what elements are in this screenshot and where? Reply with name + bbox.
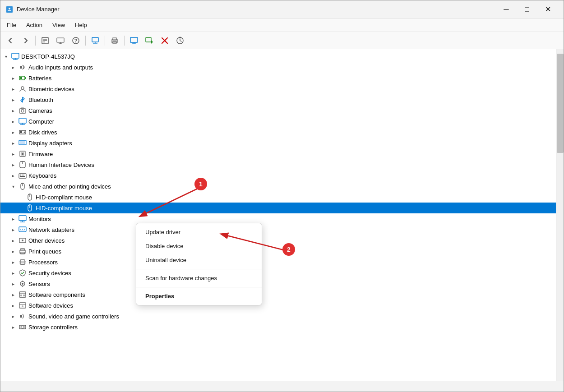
app-icon bbox=[6, 6, 13, 13]
print-button[interactable] bbox=[107, 34, 122, 47]
tree-item-storage[interactable]: Storage controllers bbox=[0, 322, 556, 332]
tree-item-audio[interactable]: Audio inputs and outputs bbox=[0, 62, 556, 73]
ctx-scan-hardware[interactable]: Scan for hardware changes bbox=[136, 271, 262, 285]
properties-icon bbox=[41, 37, 49, 45]
tree-item-sound[interactable]: Sound, video and game controllers bbox=[0, 311, 556, 322]
help-icon: ? bbox=[72, 37, 80, 45]
help-button[interactable]: ? bbox=[69, 34, 83, 47]
tree-item-other[interactable]: Other devices bbox=[0, 235, 556, 246]
processors-chevron[interactable] bbox=[9, 258, 17, 266]
tree-item-bluetooth[interactable]: Bluetooth bbox=[0, 94, 556, 105]
root-chevron[interactable] bbox=[2, 53, 9, 60]
menu-view[interactable]: View bbox=[48, 20, 69, 30]
scan-button[interactable] bbox=[173, 34, 187, 47]
svg-rect-33 bbox=[20, 77, 22, 79]
sw-components-chevron[interactable] bbox=[9, 291, 17, 298]
tree-root[interactable]: DESKTOP-4L537JQ bbox=[0, 51, 556, 62]
monitors-chevron[interactable] bbox=[9, 215, 17, 222]
network-icon bbox=[18, 226, 27, 234]
audio-chevron[interactable] bbox=[9, 64, 17, 71]
hid-chevron[interactable] bbox=[9, 161, 17, 168]
print-label: Print queues bbox=[28, 248, 61, 255]
monitor-button[interactable] bbox=[127, 34, 141, 47]
tree-item-biometric[interactable]: Biometric devices bbox=[0, 83, 556, 94]
menu-help[interactable]: Help bbox=[70, 20, 92, 30]
network-chevron[interactable] bbox=[9, 226, 17, 233]
biometric-chevron[interactable] bbox=[9, 85, 17, 92]
computer-chevron[interactable] bbox=[9, 118, 17, 125]
tree-item-print[interactable]: Print queues bbox=[0, 246, 556, 257]
scrollbar-thumb[interactable] bbox=[557, 54, 564, 153]
batteries-chevron[interactable] bbox=[9, 74, 17, 82]
bluetooth-label: Bluetooth bbox=[28, 97, 53, 103]
tree-item-display[interactable]: Display adapters bbox=[0, 138, 556, 148]
tree-item-monitors[interactable]: Monitors bbox=[0, 213, 556, 224]
sensors-chevron[interactable] bbox=[9, 280, 17, 287]
keyboards-chevron[interactable] bbox=[9, 172, 17, 179]
display-chevron[interactable] bbox=[9, 139, 17, 147]
device-view-button[interactable] bbox=[88, 34, 102, 47]
svg-point-68 bbox=[22, 229, 23, 230]
ctx-properties[interactable]: Properties bbox=[136, 289, 262, 303]
tree-item-batteries[interactable]: Batteries bbox=[0, 73, 556, 83]
back-button[interactable] bbox=[3, 34, 18, 47]
add-driver-button[interactable] bbox=[142, 34, 157, 47]
toolbar-sep-3 bbox=[105, 36, 105, 46]
tree-item-mice[interactable]: Mice and other pointing devices bbox=[0, 181, 556, 192]
cameras-chevron[interactable] bbox=[9, 107, 17, 114]
svg-rect-27 bbox=[12, 53, 19, 58]
sw-devices-chevron[interactable] bbox=[9, 302, 17, 309]
tree-item-sw-components[interactable]: Software components bbox=[0, 289, 556, 300]
security-chevron[interactable] bbox=[9, 269, 17, 277]
sound-chevron[interactable] bbox=[9, 313, 17, 320]
other-label: Other devices bbox=[28, 237, 65, 244]
ctx-uninstall-device[interactable]: Uninstall device bbox=[136, 253, 262, 267]
mice-chevron[interactable] bbox=[9, 183, 17, 190]
menu-action[interactable]: Action bbox=[22, 20, 47, 30]
scrollbar-track[interactable] bbox=[556, 49, 564, 381]
storage-chevron[interactable] bbox=[9, 323, 17, 331]
audio-icon bbox=[18, 63, 27, 71]
tree-item-cameras[interactable]: Cameras bbox=[0, 105, 556, 116]
svg-rect-30 bbox=[20, 66, 22, 69]
tree-item-disk[interactable]: Disk drives bbox=[0, 127, 556, 138]
tree-item-processors[interactable]: Processors bbox=[0, 257, 556, 267]
forward-button[interactable] bbox=[18, 34, 33, 47]
other-chevron[interactable] bbox=[9, 237, 17, 244]
toolbar: ? bbox=[0, 32, 564, 49]
tree-item-computer[interactable]: Computer bbox=[0, 116, 556, 127]
disk-icon bbox=[18, 128, 27, 136]
svg-rect-88 bbox=[23, 295, 25, 296]
sw-components-icon bbox=[18, 291, 27, 299]
sound-icon bbox=[18, 312, 27, 320]
remove-button[interactable] bbox=[157, 34, 172, 47]
update-driver-button[interactable] bbox=[53, 34, 68, 47]
mice-icon bbox=[18, 182, 27, 190]
ctx-update-driver[interactable]: Update driver bbox=[136, 225, 262, 239]
tree-item-hid-mouse-1[interactable]: HID-compliant mouse bbox=[0, 192, 556, 203]
monitors-icon bbox=[18, 215, 27, 223]
main-content: DESKTOP-4L537JQ Audio inputs and outputs bbox=[0, 49, 564, 381]
tree-item-firmware[interactable]: Firmware bbox=[0, 148, 556, 159]
device-tree[interactable]: DESKTOP-4L537JQ Audio inputs and outputs bbox=[0, 49, 556, 381]
tree-item-sw-devices[interactable]: Software devices bbox=[0, 300, 556, 311]
window-controls: ─ □ ✕ bbox=[496, 0, 558, 18]
processors-icon bbox=[18, 258, 27, 266]
svg-rect-85 bbox=[19, 292, 26, 297]
close-button[interactable]: ✕ bbox=[537, 0, 558, 18]
properties-button[interactable] bbox=[38, 34, 52, 47]
firmware-chevron[interactable] bbox=[9, 150, 17, 157]
tree-item-security[interactable]: Security devices bbox=[0, 267, 556, 278]
ctx-disable-device[interactable]: Disable device bbox=[136, 239, 262, 253]
menu-file[interactable]: File bbox=[2, 20, 21, 30]
tree-item-keyboards[interactable]: Keyboards bbox=[0, 170, 556, 181]
disk-chevron[interactable] bbox=[9, 129, 17, 136]
tree-item-hid[interactable]: Human Interface Devices bbox=[0, 159, 556, 170]
print-chevron[interactable] bbox=[9, 248, 17, 255]
tree-item-sensors[interactable]: Sensors bbox=[0, 278, 556, 289]
tree-item-hid-mouse-2[interactable]: HID-compliant mouse bbox=[0, 203, 556, 213]
maximize-button[interactable]: □ bbox=[517, 0, 537, 18]
tree-item-network[interactable]: Network adapters bbox=[0, 224, 556, 235]
minimize-button[interactable]: ─ bbox=[496, 0, 517, 18]
bluetooth-chevron[interactable] bbox=[9, 96, 17, 103]
